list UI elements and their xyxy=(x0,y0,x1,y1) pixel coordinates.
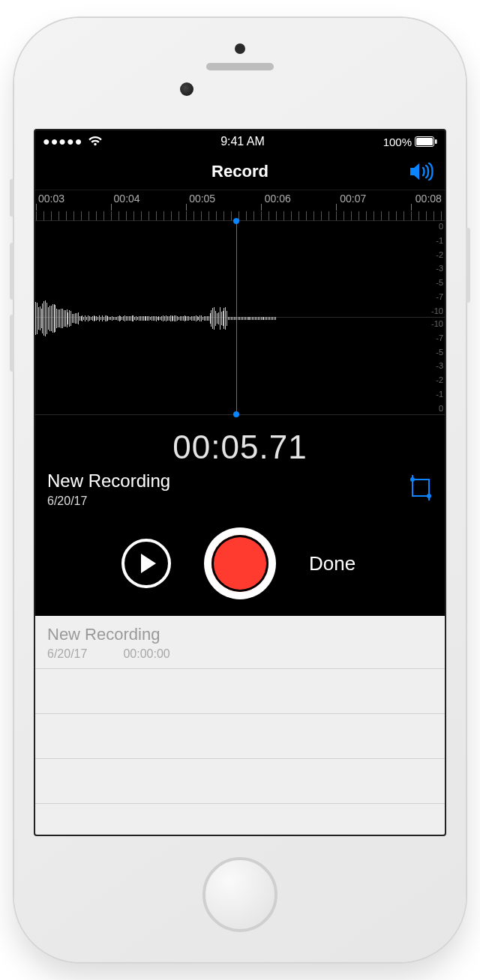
home-button[interactable] xyxy=(202,857,278,932)
recordings-list: New Recording 6/20/17 00:00:00 xyxy=(35,616,445,835)
power-button xyxy=(466,228,470,303)
timeline-tick: 00:08 xyxy=(416,193,442,205)
db-tick: -2 xyxy=(431,376,443,384)
db-tick: -10 xyxy=(431,307,443,315)
db-tick: -10 xyxy=(431,320,443,328)
svg-rect-2 xyxy=(435,139,437,144)
volume-down-button xyxy=(10,315,14,372)
transport-controls: Done xyxy=(35,527,445,599)
done-button[interactable]: Done xyxy=(309,552,358,575)
db-tick: -3 xyxy=(431,264,443,273)
volume-up-button xyxy=(10,243,14,300)
record-button[interactable] xyxy=(204,527,276,599)
db-tick: -1 xyxy=(431,390,443,399)
list-empty-row xyxy=(35,759,445,804)
db-tick: -1 xyxy=(431,237,443,245)
waveform-bars xyxy=(35,287,275,350)
db-tick: -7 xyxy=(431,293,443,301)
recording-meta: New Recording 6/20/17 xyxy=(35,471,445,508)
recording-date: 6/20/17 xyxy=(47,494,407,508)
speaker-output-button[interactable] xyxy=(409,162,434,181)
db-tick: -2 xyxy=(431,251,443,259)
db-tick: -7 xyxy=(431,334,443,342)
proximity-sensor xyxy=(235,43,245,54)
signal-dots-icon: ●●●●● xyxy=(43,135,82,148)
wifi-icon xyxy=(88,136,102,147)
timeline-ruler[interactable]: 00:03 00:04 00:05 00:06 00:07 00:08 xyxy=(35,190,445,220)
list-item-duration: 00:00:00 xyxy=(123,647,170,661)
db-tick: 0 xyxy=(431,405,443,413)
timeline-tick: 00:05 xyxy=(189,193,215,205)
battery-percent: 100% xyxy=(383,136,412,148)
play-button[interactable] xyxy=(122,539,171,588)
nav-title: Record xyxy=(212,162,268,181)
list-item-title: New Recording xyxy=(47,625,433,644)
db-scale-top: 0 -1 -2 -3 -5 -7 -10 xyxy=(431,223,443,315)
trim-button[interactable] xyxy=(407,475,433,500)
db-scale-bottom: 0 -1 -2 -3 -5 -7 -10 xyxy=(431,320,443,413)
list-item-date: 6/20/17 xyxy=(47,647,87,661)
recording-title[interactable]: New Recording xyxy=(47,471,407,491)
timeline-tick: 00:04 xyxy=(114,193,140,205)
svg-rect-1 xyxy=(416,138,433,145)
list-empty-row xyxy=(35,669,445,714)
waveform-view[interactable]: 0 -1 -2 -3 -5 -7 -10 0 -1 -2 -3 -5 -7 -1… xyxy=(35,220,445,415)
status-bar: ●●●●● 9:41 AM 100% xyxy=(35,130,445,153)
timeline-tick: 00:07 xyxy=(340,193,366,205)
list-item[interactable]: New Recording 6/20/17 00:00:00 xyxy=(35,616,445,669)
timeline-tick: 00:03 xyxy=(38,193,64,205)
front-camera xyxy=(180,82,194,96)
status-time: 9:41 AM xyxy=(102,135,382,148)
db-tick: -3 xyxy=(431,362,443,370)
db-tick: -5 xyxy=(431,279,443,287)
playhead[interactable] xyxy=(236,221,238,414)
list-empty-row xyxy=(35,714,445,759)
mute-switch xyxy=(10,179,14,217)
elapsed-time: 00:05.71 xyxy=(35,429,445,466)
svg-rect-3 xyxy=(412,480,429,496)
battery-icon xyxy=(415,136,437,147)
timeline-tick: 00:06 xyxy=(265,193,291,205)
phone-earpiece xyxy=(206,63,274,70)
db-tick: -5 xyxy=(431,348,443,357)
screen: ●●●●● 9:41 AM 100% Record 00:03 00:04 00… xyxy=(34,129,446,836)
db-tick: 0 xyxy=(431,223,443,231)
nav-bar: Record xyxy=(35,153,445,190)
iphone-device-frame: ●●●●● 9:41 AM 100% Record 00:03 00:04 00… xyxy=(14,18,466,962)
